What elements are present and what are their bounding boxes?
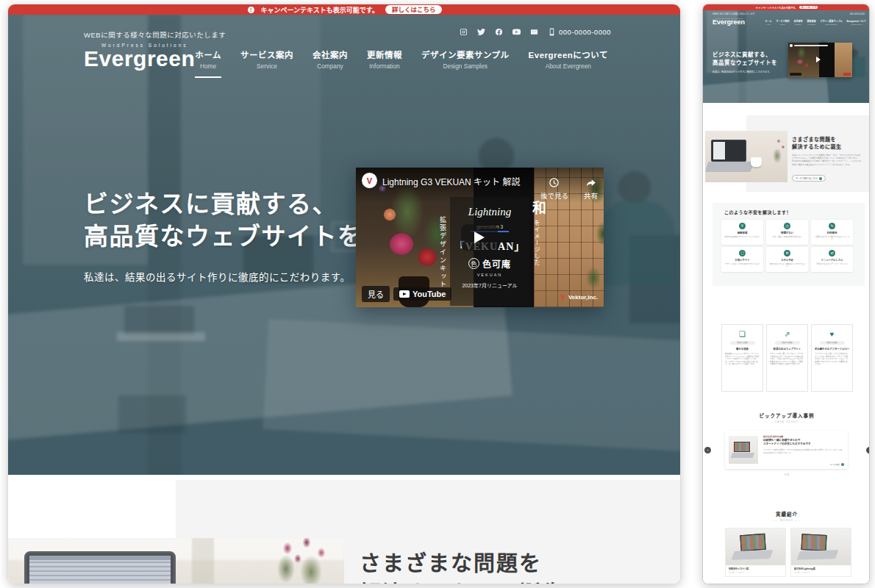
mini-video-player[interactable] <box>788 43 852 77</box>
instagram-icon[interactable] <box>460 28 468 36</box>
mini-problem-photo <box>705 131 788 182</box>
thumbnail-brand-text: Lightning <box>450 206 529 218</box>
reason-card[interactable]: ❏ 選ばれる理由 確かな技術 国産無料(WordPress公式ディレクトリに登録… <box>721 324 763 392</box>
nav-item-home[interactable]: ホームHome <box>195 49 221 78</box>
case-more-link[interactable]: もっと読む› <box>830 463 845 466</box>
work-card[interactable]: 有限会社イロドリ様 コーポレートサイト <box>725 528 786 577</box>
main-navigation: ホームHome サービス案内Service 会社案内Company 更新情報In… <box>195 49 608 78</box>
watch-later-button[interactable]: 後で見る <box>540 177 568 201</box>
carousel-pagination: 1 / 3 <box>703 473 870 476</box>
video-credit: V Vektor,Inc. <box>560 293 598 301</box>
phone-number: 000-0000-0000 <box>559 28 611 36</box>
thumbnail-center-panel: Lightning generation 3 「VEKUAN」 色 色可庵 VE… <box>450 197 529 306</box>
campaign-text: キャンペーンテキストも表示可能です。 <box>261 5 379 15</box>
nav-item-service[interactable]: サービス案内Service <box>240 49 293 78</box>
mini-nav-item[interactable]: ホームHome <box>765 20 772 25</box>
mini-worries-heading: このような不安を解決します！ <box>724 209 791 215</box>
mini-hero-copy: ビジネスに貢献する、 高品質なウェブサイトを 私達は、結果の出るサイト作りに徹底… <box>712 51 777 74</box>
nav-item-company[interactable]: 会社案内Company <box>312 49 348 78</box>
document-icon: ❏ <box>722 330 762 338</box>
reason-badge: 選ばれる理由 <box>820 341 845 345</box>
mini-nav-item[interactable]: 更新情報Information <box>807 20 815 25</box>
utility-message: WEBに関する様々な問題に対応いたします <box>84 29 226 40</box>
nav-item-about[interactable]: EvergreenについてAbout Evergreen <box>529 49 608 78</box>
mini-channel-avatar <box>790 44 793 47</box>
mail-icon[interactable] <box>530 28 538 36</box>
work-card[interactable]: 株式会社Lightning様 コーポレートサイト <box>790 528 851 577</box>
mini-nav-item[interactable]: 会社案内Company <box>793 20 802 25</box>
mini-arrow-icon: › <box>819 177 822 180</box>
worry-card[interactable]: ◷時間がない打合・相談・提案の時間が取れない <box>766 220 808 245</box>
case-title: 印刷物も一緒に依頼できたので スタートアップの企業にもおすすめです <box>763 439 811 447</box>
share-icon <box>585 177 596 188</box>
works-subheading: WORKS <box>703 519 870 522</box>
clock-icon: ◷ <box>784 223 790 229</box>
mini-campaign-button: 詳しくはこちら <box>799 6 818 9</box>
works-heading: 実績紹介 <box>703 510 870 517</box>
reason-badge: 選ばれる理由 <box>775 341 800 345</box>
case-study-card[interactable]: 株式会社Lightning様 印刷物も一緒に依頼できたので スタートアップの企業… <box>725 431 848 469</box>
case-study-subheading: CASE STUDY <box>703 420 870 423</box>
vekuan-logo-sub: VEKUAN <box>450 273 529 277</box>
twitter-icon[interactable] <box>477 28 485 36</box>
edit-icon: ✎ <box>829 223 835 229</box>
logo-name: Evergreen <box>84 48 195 70</box>
campaign-bar: ! キャンペーンテキストも表示可能です。 詳しくはこちら <box>8 4 681 15</box>
share-button[interactable]: 共有 <box>584 177 598 201</box>
mini-arrow-icon: › <box>841 463 844 466</box>
carousel-next-button[interactable]: › <box>866 447 870 453</box>
play-icon <box>474 232 485 243</box>
worry-card[interactable]: ⇄リニューアルしたい費用を抑えながらサイトを一新したい <box>811 247 853 272</box>
laptop-decoration <box>24 551 176 584</box>
youtube-icon[interactable] <box>512 28 521 36</box>
case-client-name: 株式会社Lightning様 <box>763 435 783 438</box>
thumbnail-renewal-text: 2023年7月リニューアル <box>450 282 529 289</box>
vekuan-logo-name: 色可庵 <box>482 257 511 270</box>
mini-worries-section: このような不安を解決します！ ¥価格相場制作の適正価格がわからずノウハウもない … <box>703 200 870 291</box>
mini-problem-heading: さまざまな問題を 解決するために誕生 <box>792 136 842 151</box>
mini-site-logo[interactable]: WordPress Solutions Evergreen <box>712 18 745 26</box>
worry-card[interactable]: ⚙スキル不足制作会社に何をどう頼めばいいかわからない <box>766 247 808 272</box>
hero-section: WEBに関する様々な問題に対応いたします 000-0000-0000 WordP… <box>8 15 681 475</box>
mini-nav-item[interactable]: EvergreenについてAbout Evergreen <box>846 20 866 25</box>
carousel-prev-button[interactable]: ‹ <box>704 447 711 453</box>
thumbnail-vertical-kit-text: 拡張デザインキット <box>438 216 448 289</box>
reason-badge: 選ばれる理由 <box>730 341 755 345</box>
nav-item-information[interactable]: 更新情報Information <box>367 49 402 78</box>
mini-nav-item[interactable]: デザイン要素サンプルDesign Samples <box>820 20 842 25</box>
phone-icon <box>548 28 556 36</box>
phone-link[interactable]: 000-0000-0000 <box>548 28 611 36</box>
mini-navigation: ホームHome サービス案内Service 会社案内Company 更新情報In… <box>765 20 866 25</box>
channel-avatar[interactable]: V <box>362 173 377 188</box>
mini-case-study-section: ピックアップ導入事例 CASE STUDY ‹ › 株式会社Lightning様… <box>703 401 870 482</box>
social-links: 000-0000-0000 <box>460 28 611 36</box>
yen-icon: ¥ <box>739 223 746 229</box>
campaign-detail-button[interactable]: 詳しくはこちら <box>385 5 443 14</box>
reason-card[interactable]: ♥ 選ばれる理由 きめ細やかなアフターフォロー ウェブサイトは公開してからが本当… <box>811 324 853 392</box>
mini-problem-body: 企業にとってウェブサイトの重要性が増す一方で、「何から手を付ければ良いかわからな… <box>792 154 861 166</box>
mini-play-icon <box>816 57 821 62</box>
gear-icon: ⚙ <box>784 250 790 257</box>
mini-video-title-bar <box>794 45 828 46</box>
play-button[interactable] <box>461 224 498 251</box>
worry-card[interactable]: ✎社内運用公開後も自分たちで更新できるようにしたい <box>811 220 853 245</box>
worry-card[interactable]: ¥価格相場制作の適正価格がわからずノウハウもない <box>721 220 763 245</box>
site-logo[interactable]: WordPress Solutions Evergreen <box>84 43 195 70</box>
worry-card[interactable]: ▢古臭いサイトデザインが古くスマホ対応ができていない <box>721 247 763 272</box>
tulip-bouquet-decoration <box>251 538 344 584</box>
youtube-play-icon <box>399 290 410 298</box>
problem-section: さまざまな問題を 解決するために誕生 <box>8 475 681 584</box>
youtube-video-player[interactable]: 拡張デザインキット Lightning generation 3 「VEKUAN… <box>356 168 604 307</box>
youtube-logo[interactable]: YouTube <box>393 287 451 301</box>
video-title[interactable]: Lightning G3 VEKUAN キット 解説 <box>382 175 520 187</box>
chart-icon: ⇗ <box>767 330 807 338</box>
mini-nav-item[interactable]: サービス案内Service <box>776 20 789 25</box>
mini-service-button[interactable]: サービス紹介はこちら› <box>792 175 826 182</box>
reason-card[interactable]: ⇗ 選ばれる理由 結果の出るウェブサイト デザインの良し悪しだけでなく、アクセス… <box>766 324 808 392</box>
nav-item-design-samples[interactable]: デザイン要素サンプルDesign Samples <box>421 49 510 78</box>
watch-on-youtube-button[interactable]: 見る <box>362 286 390 302</box>
facebook-icon[interactable] <box>495 28 503 36</box>
mini-works-section: 実績紹介 WORKS 有限会社イロドリ様 コーポレートサイト 株式会社Light… <box>703 482 870 584</box>
page-thumbnail-preview[interactable]: キャンペーンテキストも表示可能です。 詳しくはこちら WEBに関する様々な問題に… <box>702 4 870 584</box>
work-image <box>791 528 851 565</box>
